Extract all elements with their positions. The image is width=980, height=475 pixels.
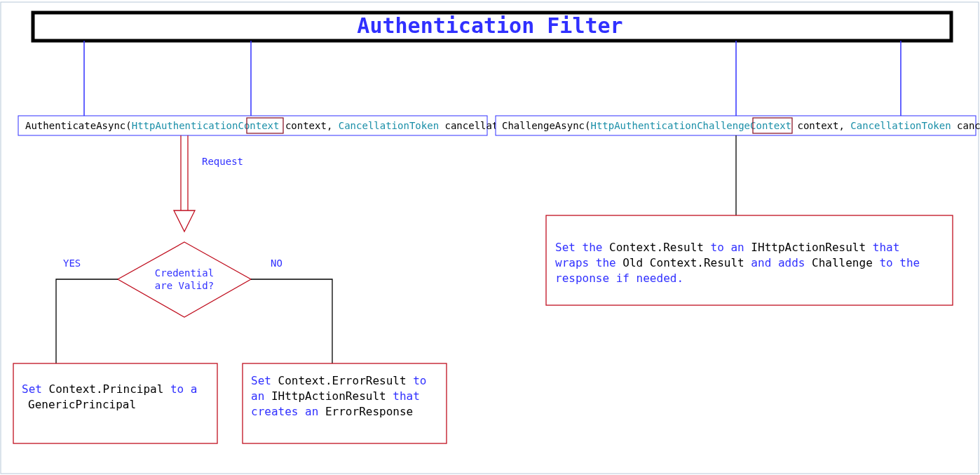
no-line2: an IHttpActionResult that	[251, 389, 420, 403]
yes-line2: GenericPrincipal	[28, 398, 136, 411]
request-label: Request	[202, 156, 243, 167]
yes-connector	[56, 279, 118, 363]
no-connector	[251, 279, 332, 363]
decision-line1: Credential	[155, 267, 214, 279]
challenge-line3: response if needed.	[555, 272, 683, 285]
request-arrow	[174, 135, 195, 232]
svg-marker-2	[174, 210, 195, 232]
challenge-line2: wraps the Old Context.Result and adds Ch…	[555, 256, 920, 269]
challenge-signature: ChallengeAsync(HttpAuthenticationChallen…	[502, 120, 980, 131]
no-label: NO	[271, 257, 283, 269]
yes-label: YES	[63, 257, 81, 269]
title-text: Authentication Filter	[357, 13, 622, 38]
no-line3: creates an ErrorResponse	[251, 405, 413, 418]
challenge-line1: Set the Context.Result to an IHttpAction…	[555, 241, 899, 254]
yes-line1: Set Context.Principal to a	[22, 382, 197, 396]
decision-line2: are Valid?	[155, 280, 214, 291]
no-line1: Set Context.ErrorResult to	[251, 374, 426, 387]
authenticate-signature: AuthenticateAsync(HttpAuthenticationCont…	[25, 120, 551, 131]
